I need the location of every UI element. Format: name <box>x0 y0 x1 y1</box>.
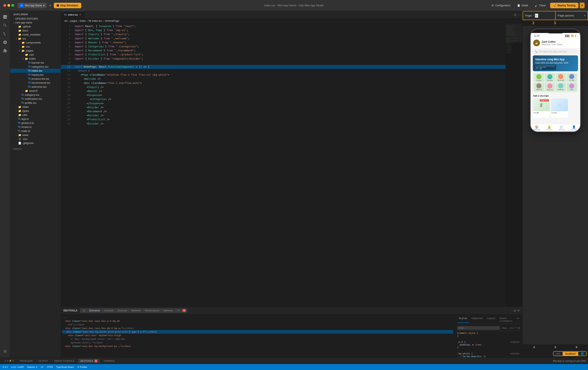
category-item[interactable]: Giải khát <box>534 83 544 91</box>
folder-github[interactable]: › 📁 .github <box>10 25 61 29</box>
file-notification-tsx[interactable]: TS notification.tsx <box>10 97 61 101</box>
split-editor-button[interactable]: ⊡ <box>514 13 516 17</box>
close-window-button[interactable] <box>3 4 6 7</box>
tab-output[interactable]: OUTPUT <box>36 359 51 363</box>
deploy-dropdown-button[interactable]: ▾ <box>580 2 585 8</box>
folder-components[interactable]: › 📁 components <box>10 40 61 45</box>
folder-www[interactable]: › 📁 www <box>10 133 61 137</box>
folder-search[interactable]: › 📁 search <box>10 89 61 93</box>
stop-simulator-button[interactable]: Stop Simulator <box>54 3 81 8</box>
styles-tab[interactable]: Styles <box>458 317 469 323</box>
element-line-selected[interactable]: <div class="zaui-box bg-white grid grid-… <box>62 330 453 334</box>
tab-terminal[interactable]: TERMINAL <box>101 359 118 363</box>
file-recommend-tsx[interactable]: TS recommend.tsx <box>10 81 61 85</box>
layout-tab[interactable]: Layout <box>486 317 497 323</box>
file-inquiry-tsx[interactable]: TS inquiry.tsx <box>10 73 61 77</box>
nav-item-profile[interactable]: 👤 Cá nhân <box>568 125 580 131</box>
category-item[interactable]: Trà sữa <box>567 73 577 82</box>
sidebar-item-git[interactable] <box>1 30 9 38</box>
sidebar-item-explorer[interactable] <box>1 13 9 21</box>
folder-types[interactable]: › 📁 types <box>10 109 61 113</box>
devtools-select-icon[interactable]: ⊡ <box>81 308 87 313</box>
detail-button[interactable]: 📋 Detail <box>514 3 531 8</box>
add-param-button[interactable]: + <box>584 14 586 17</box>
tab-index-tsx[interactable]: TS index.tsx ✕ <box>61 11 84 19</box>
tab-problems-label[interactable]: PROBLEMS <box>17 359 35 363</box>
nav-item-notifications[interactable]: 🔔 Thông báo <box>543 125 556 131</box>
sidebar-item-extensions[interactable] <box>1 47 9 55</box>
folder-utils[interactable]: › 📁 utils <box>10 113 61 117</box>
folder-node-modules[interactable]: › 📁 node_modules <box>10 32 61 37</box>
sidebar-item-search[interactable] <box>1 21 9 29</box>
expand-devtools-button[interactable]: ⊡ <box>514 309 516 312</box>
more-tab[interactable]: >> <box>515 317 520 323</box>
category-item[interactable]: Đồ ăn vặt <box>556 73 566 82</box>
file-env[interactable]: ⚙ .env <box>10 137 61 141</box>
app-selector[interactable]: M Mini App Name ▾ <box>18 3 47 8</box>
sidebar-item-debug[interactable] <box>1 39 9 46</box>
code-editor[interactable]: 1 import React, { Suspense } from "react… <box>61 23 505 307</box>
root-folder-item[interactable]: ∨ mini-app-name <box>10 21 61 25</box>
folder-index[interactable]: ∨ 📂 index <box>10 57 61 61</box>
file-profile-tsx[interactable]: TS profile.tsx <box>10 101 61 105</box>
breadcrumb-src[interactable]: src <box>64 20 68 22</box>
computed-tab[interactable]: Computed <box>470 317 484 323</box>
breadcrumb-symbol[interactable]: HomePage <box>107 20 119 22</box>
breadcrumb-index[interactable]: index <box>80 20 86 22</box>
tab-more[interactable]: >> <box>175 308 182 313</box>
category-item[interactable]: Cà phê <box>534 73 544 82</box>
deploy-button[interactable]: 🚀 Deploy Testing <box>550 3 578 8</box>
file-welcome-tsx[interactable]: TS welcome.tsx <box>10 85 61 89</box>
file-global-d-ts[interactable]: TS global.d.ts <box>10 121 61 125</box>
sidebar-item-settings[interactable]: ⚙ <box>1 348 9 355</box>
file-banner-tsx[interactable]: TS banner.tsx <box>10 61 61 65</box>
category-item[interactable]: Bánh mỳ <box>545 83 555 91</box>
tab-devtools[interactable]: DEVTOOLS 1 <box>78 359 100 363</box>
clean-button[interactable]: 🧹 Clean <box>532 3 548 8</box>
folder-static[interactable]: › 📁 static <box>10 105 61 109</box>
tab-console[interactable]: Console <box>103 308 115 313</box>
breadcrumb-pages[interactable]: pages <box>70 20 77 22</box>
file-gitignore[interactable]: 📄 .gitignore <box>10 141 61 145</box>
file-app-ts[interactable]: TS app.ts <box>10 117 61 121</box>
tab-sources[interactable]: Sources <box>116 308 129 313</box>
category-item[interactable]: Trà xanh <box>545 73 555 82</box>
styles-filter-input[interactable] <box>457 326 500 330</box>
minimize-window-button[interactable] <box>7 4 10 7</box>
add-style-button[interactable]: + <box>515 326 516 330</box>
file-categories-tsx[interactable]: TS categories.tsx <box>10 65 61 69</box>
fullscreen-window-button[interactable] <box>11 4 14 7</box>
file-category-tsx[interactable]: TS category.tsx <box>10 93 61 97</box>
file-index-tsx[interactable]: TS index.tsx <box>10 69 61 73</box>
rec-item[interactable]: 🧋 GIẢM 20% Trà sữa <box>533 99 550 118</box>
phone-search[interactable]: 🔍 Tìm nhanh đồ uống, món mới ... <box>533 49 578 54</box>
localhost-tab[interactable]: localhost <box>563 352 578 356</box>
rec-item[interactable]: 🛍 Combo <box>551 99 568 118</box>
close-app-button[interactable]: ✕ <box>48 4 52 7</box>
tab-elements[interactable]: Elements <box>88 308 102 313</box>
close-tab-icon[interactable]: ✕ <box>79 13 81 16</box>
opened-editors-section[interactable]: › OPENED EDITORS <box>10 17 61 21</box>
folder-pages[interactable]: ∨ 📂 pages <box>10 49 61 53</box>
global-tab[interactable]: 🌐 <box>578 352 586 356</box>
tab-debug-console[interactable]: DEBUG CONSOLE <box>52 359 77 363</box>
folder-cart[interactable]: › 📁 cart <box>10 53 61 57</box>
refresh-button[interactable]: ↻ <box>535 13 538 18</box>
tab-problems[interactable]: ⚠ 0 ⚡ 0 <box>2 359 16 363</box>
file-state-ts[interactable]: TS state.ts <box>10 129 61 133</box>
file-hooks-ts[interactable]: TS hooks.ts <box>10 125 61 129</box>
tab-performance[interactable]: Performance <box>143 308 161 313</box>
category-item[interactable]: Khác <box>567 83 577 91</box>
folder-docs[interactable]: › 📁 docs <box>10 29 61 32</box>
nav-item-home[interactable]: 🏠 Trang chủ <box>531 125 543 131</box>
nav-item-cart[interactable]: 🛒 Giỏ hàng <box>556 125 568 131</box>
folder-src[interactable]: ∨ 📂 src <box>10 37 61 40</box>
breadcrumb-file[interactable]: index.tsx <box>92 20 102 22</box>
more-actions-button[interactable]: ··· <box>518 13 521 17</box>
ios-tab[interactable]: iOS <box>554 352 562 356</box>
folder-css[interactable]: › 📁 css <box>10 45 61 49</box>
tab-memory[interactable]: Memory <box>162 308 174 313</box>
toggle-style-button[interactable]: ⊡ <box>518 326 520 330</box>
event-listeners-tab[interactable]: Event Listeners <box>498 317 514 323</box>
category-item[interactable]: Nước ép <box>556 83 566 91</box>
